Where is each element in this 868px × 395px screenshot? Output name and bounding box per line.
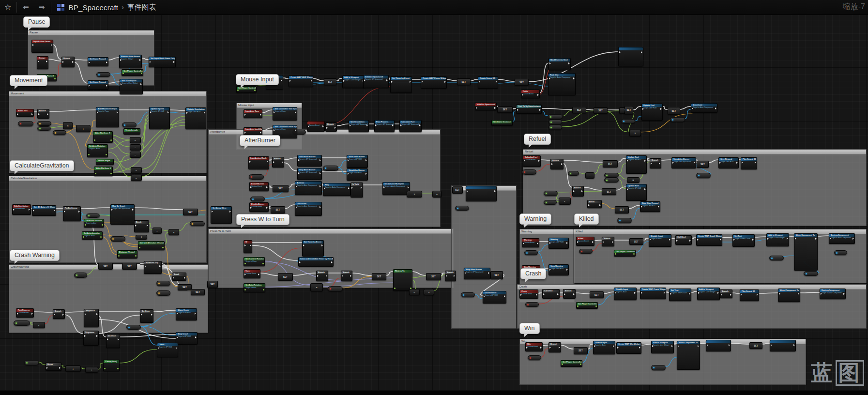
variable-pill-node[interactable] (617, 218, 632, 223)
node-initialize-spacecraft[interactable]: Initialize SpacecraftTarget is BP Spacec… (363, 75, 389, 88)
node-postprocess[interactable]: PostProcessCustom Event (16, 308, 34, 318)
operator-node[interactable]: ÷ (85, 367, 98, 373)
variable-pill-node[interactable] (250, 197, 265, 201)
node-set-volume-multiplier[interactable]: Set Volume MultiplierTarget is Audio Com… (382, 182, 410, 195)
node-branch[interactable]: Branch (316, 271, 328, 281)
node-add-to-viewport[interactable]: Add to ViewportTarget is User Widget (766, 233, 789, 246)
node-branch[interactable]: Branch (37, 109, 49, 119)
node-stop-after-burner[interactable]: Stop After BurnerTarget is BP HUD (347, 168, 368, 181)
variable-pill-node[interactable] (548, 114, 563, 119)
node-disable-input[interactable]: Disable InputTarget is Actor (593, 341, 615, 354)
node-add-movement-input[interactable]: Add Movement InputTarget is Pawn (96, 107, 119, 127)
node-distance-vector[interactable]: Distance (Vector) (117, 250, 137, 258)
set-variable-node[interactable]: SET (183, 209, 198, 215)
comment-box-header[interactable]: Pause (28, 30, 154, 35)
node-get-player-controller[interactable]: Get Player Controller (122, 69, 143, 76)
node-event-tick[interactable]: Event Tick (16, 109, 34, 117)
node-sequence[interactable]: Sequence (84, 309, 99, 327)
variable-pill-node[interactable] (86, 213, 100, 218)
node-set-game-paused[interactable]: Set Game Paused (88, 80, 108, 90)
node-getactorrotation[interactable]: GetActorRotationTarget is Actor (244, 283, 265, 292)
node-play[interactable]: PlayTarget is Audio Component (323, 183, 350, 196)
node-destroycomponent[interactable]: DestroyComponentTarget is Actor Componen… (829, 233, 855, 244)
node-getactorrotation[interactable]: GetActorRotationTarget is Actor (87, 144, 108, 157)
operator-node[interactable]: = (310, 283, 323, 291)
node-inputaction-rush[interactable]: InputAction Rush (248, 156, 269, 169)
operator-node[interactable]: − (130, 137, 141, 143)
node-stop-crash[interactable]: Stop CrashTarget is BP HUD (176, 332, 198, 345)
variable-pill-node[interactable] (670, 117, 685, 122)
node-get-player-controller[interactable]: Get Player Controller (236, 86, 257, 93)
node-show-crash[interactable]: Show CrashTarget is BP HUD (176, 308, 197, 320)
operator-node[interactable]: − (130, 152, 141, 158)
node-inputaction-pause[interactable]: InputAction Pause (31, 40, 53, 53)
variable-pill-node[interactable] (249, 174, 264, 180)
graph-node[interactable]: Custom Event (307, 121, 325, 132)
operator-node[interactable]: − (130, 144, 141, 151)
node-create-sound-2d[interactable]: Create Sound 2D (478, 76, 498, 89)
operator-node[interactable]: ≤ (627, 177, 640, 183)
operator-node[interactable]: + (432, 191, 442, 198)
set-variable-node[interactable]: SET (426, 273, 441, 280)
node-inputaxis-lookup[interactable]: InputAxis LookUp (244, 127, 262, 136)
operator-node[interactable]: − (409, 289, 420, 295)
comment-box-header[interactable]: Refuel (523, 150, 866, 154)
node-get-player-controller[interactable]: Get Player Controller (561, 360, 582, 367)
set-variable-node[interactable]: SET (697, 161, 709, 168)
node-start-after-burner[interactable]: Start After BurnerTarget is BP Spacecraf… (297, 155, 322, 167)
variable-pill-node[interactable] (528, 355, 541, 360)
variable-pill-node[interactable] (122, 122, 137, 127)
comment-bubble-killed[interactable]: Killed (574, 213, 599, 225)
operator-node[interactable]: − (131, 167, 142, 173)
node-get-player-controller[interactable]: Get Player Controller (576, 302, 598, 309)
node-do-once[interactable]: Do Once (140, 309, 153, 323)
node-inputaxis-turn[interactable]: InputAxis Turn (244, 109, 262, 118)
node-set-text[interactable]: Set TextTarget is WBP Crash (669, 289, 691, 301)
node-stop-warning[interactable]: Stop WarningTarget is BP HUD (548, 264, 569, 275)
variable-pill-node[interactable] (568, 171, 579, 176)
operator-node[interactable]: ² (136, 235, 147, 240)
comment-box-header[interactable]: CalculateGravitation (9, 176, 206, 181)
node-stop-give-reward[interactable]: Stop Give RewardTarget is BP HUD (640, 201, 660, 212)
node-update-fuel[interactable]: Update FuelTarget is BP HUD (626, 184, 647, 201)
variable-pill-node[interactable] (110, 236, 125, 242)
set-variable-node[interactable]: SET (271, 206, 285, 213)
node-vectorlength[interactable]: VectorLength (123, 128, 140, 135)
back-arrow-icon[interactable]: ⬅ (18, 3, 34, 12)
node-branch[interactable]: Branch (572, 186, 584, 197)
set-variable-node[interactable]: SET (497, 106, 513, 113)
variable-pill-node[interactable] (190, 221, 205, 226)
node-destroycomponent[interactable]: DestroyComponentTarget is Actor Componen… (820, 289, 846, 299)
set-variable-node[interactable]: SET (490, 271, 503, 279)
set-variable-node[interactable]: SET (278, 273, 293, 281)
comment-bubble-crash[interactable]: Crash (520, 268, 546, 279)
graph-node[interactable] (706, 340, 731, 351)
node-post-process[interactable]: Post ProcessTarget is BP Spacecraft (374, 120, 395, 132)
variable-pill-node[interactable] (14, 320, 30, 326)
operator-node[interactable]: + (76, 125, 91, 132)
comment-box-header[interactable]: Warning (520, 229, 574, 234)
node-set-timer-by-event[interactable]: Set Timer by Event (302, 240, 324, 257)
node-start-after-burner[interactable]: Start After BurnerTarget is BP HUD (347, 155, 368, 168)
operator-node[interactable]: × (407, 191, 422, 198)
comment-bubble-calculategravitation[interactable]: CalculateGravitation (10, 160, 74, 171)
node-set-timer-by-event[interactable]: Set Timer by Event (390, 76, 412, 93)
node-branch[interactable]: Branch (548, 342, 561, 352)
node-get-control-rotation[interactable]: Get Control RotationTarget is Pawn (244, 257, 265, 266)
node-break[interactable]: Break (134, 220, 149, 232)
graph-node[interactable] (770, 340, 796, 351)
variable-pill-node[interactable] (604, 173, 619, 178)
comment-box-header[interactable]: Movement (9, 91, 206, 96)
set-variable-node[interactable]: SET (324, 78, 336, 85)
node-get-game-instance[interactable]: Get Game Instance (491, 120, 513, 126)
set-variable-node[interactable]: SET (602, 188, 616, 195)
event-graph-canvas[interactable]: PauseMovementCalculateGravitationCrashWa… (0, 15, 868, 390)
variable-pill-node[interactable] (651, 365, 666, 370)
node-update-fuel[interactable]: Update FuelTarget is BP HUD (626, 155, 647, 174)
node-do-once[interactable]: Do Once (106, 334, 120, 348)
node-branch[interactable]: Branch (602, 237, 614, 246)
forward-arrow-icon[interactable]: ➡ (34, 3, 50, 12)
operator-node[interactable]: − (131, 175, 142, 181)
set-variable-node[interactable]: SET (207, 281, 218, 288)
set-variable-node[interactable]: SET (191, 289, 205, 295)
